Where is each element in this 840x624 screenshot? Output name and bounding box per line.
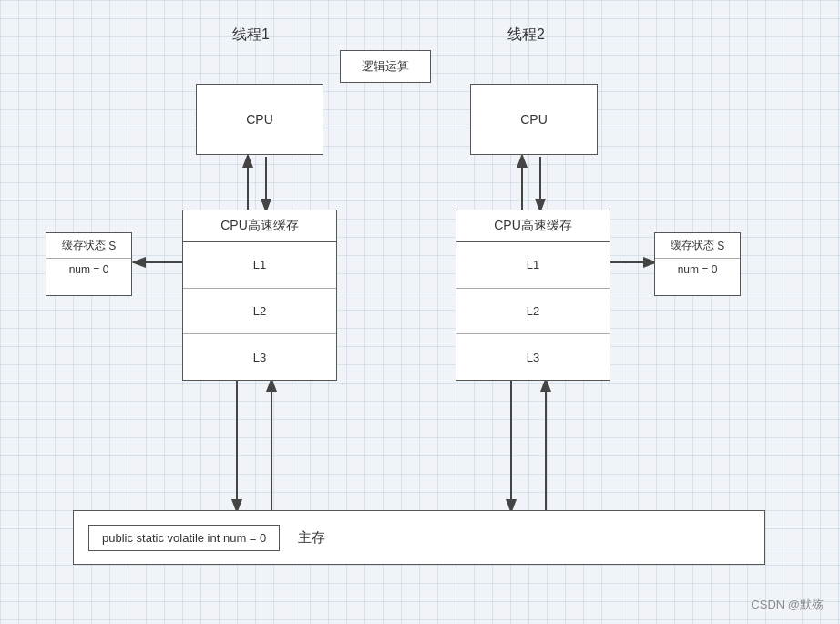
watermark: CSDN @默殇 <box>751 597 824 613</box>
state2-num: num = 0 <box>655 259 740 281</box>
cache2-box: CPU高速缓存 L1 L2 L3 <box>456 210 610 381</box>
cache1-box: CPU高速缓存 L1 L2 L3 <box>182 210 337 381</box>
cpu2-box: CPU <box>470 84 598 155</box>
thread2-label: 线程2 <box>507 26 545 45</box>
memory-label: 主存 <box>298 529 325 547</box>
memory-code: public static volatile int num = 0 <box>88 525 280 551</box>
logic-label: 逻辑运算 <box>362 58 409 75</box>
cache1-l1: L1 <box>183 242 336 289</box>
cache2-l2: L2 <box>456 289 610 335</box>
state1-header: 缓存状态 S <box>46 233 131 259</box>
state1-num: num = 0 <box>46 259 131 281</box>
state1-box: 缓存状态 S num = 0 <box>46 232 132 296</box>
state2-header: 缓存状态 S <box>655 233 740 259</box>
cache2-l1: L1 <box>456 242 610 289</box>
cache2-header: CPU高速缓存 <box>456 210 610 242</box>
cache2-l3: L3 <box>456 334 610 380</box>
memory-box: public static volatile int num = 0 主存 <box>73 510 765 565</box>
cpu2-label: CPU <box>520 112 548 127</box>
cache1-l3: L3 <box>183 334 336 380</box>
cache1-header: CPU高速缓存 <box>183 210 336 242</box>
state2-label: 缓存状态 <box>671 238 714 253</box>
cpu1-label: CPU <box>246 112 273 127</box>
state2-s: S <box>717 240 724 252</box>
thread1-label: 线程1 <box>232 26 270 45</box>
state1-s: S <box>108 240 116 252</box>
state2-box: 缓存状态 S num = 0 <box>654 232 741 296</box>
state1-label: 缓存状态 <box>62 238 106 253</box>
logic-box: 逻辑运算 <box>340 50 431 83</box>
cpu1-box: CPU <box>196 84 323 155</box>
cache1-l2: L2 <box>183 289 336 335</box>
